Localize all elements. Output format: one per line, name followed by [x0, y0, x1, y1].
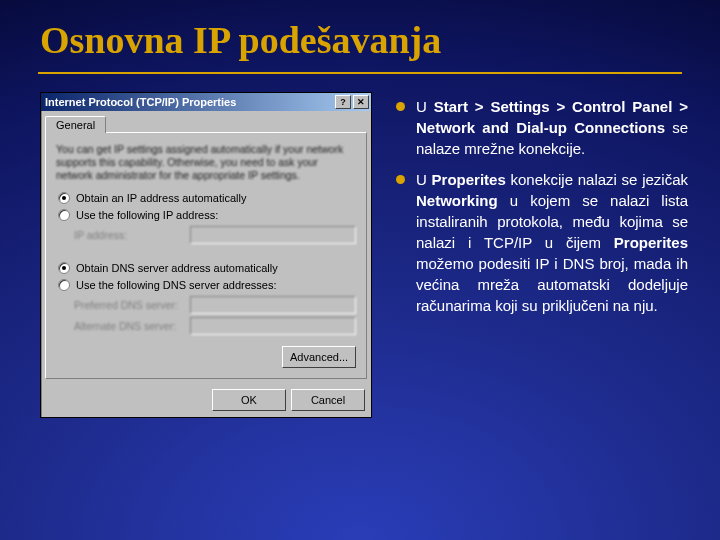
tab-general[interactable]: General [45, 116, 106, 133]
radio-obtain-dns[interactable]: Obtain DNS server address automatically [58, 262, 356, 274]
ip-address-input[interactable] [190, 226, 356, 244]
bullet-item-1: U Start > Settings > Control Panel > Net… [394, 96, 688, 159]
dialog-title: Internet Protocol (TCP/IP) Properties [45, 96, 333, 108]
alternate-dns-input[interactable] [190, 317, 356, 335]
advanced-row: Advanced... [56, 338, 356, 370]
dialog-description: You can get IP settings assigned automat… [56, 143, 356, 182]
radio-icon [58, 209, 70, 221]
help-icon[interactable]: ? [335, 95, 351, 109]
bullet-item-2: U Properites konekcije nalazi se jezičak… [394, 169, 688, 316]
ip-address-label: IP address: [74, 229, 184, 241]
radio-use-dns[interactable]: Use the following DNS server addresses: [58, 279, 356, 291]
radio-obtain-ip[interactable]: Obtain an IP address automatically [58, 192, 356, 204]
ok-button[interactable]: OK [212, 389, 286, 411]
cancel-button[interactable]: Cancel [291, 389, 365, 411]
ip-address-row: IP address: [74, 226, 356, 244]
bullet-list: U Start > Settings > Control Panel > Net… [394, 92, 688, 326]
radio-icon [58, 279, 70, 291]
preferred-dns-label: Preferred DNS server: [74, 299, 184, 311]
close-icon[interactable]: ✕ [353, 95, 369, 109]
tab-strip: General [41, 111, 371, 132]
tcpip-properties-dialog: Internet Protocol (TCP/IP) Properties ? … [40, 92, 372, 418]
radio-label: Use the following DNS server addresses: [76, 279, 277, 291]
preferred-dns-row: Preferred DNS server: [74, 296, 356, 314]
advanced-button[interactable]: Advanced... [282, 346, 356, 368]
radio-icon [58, 192, 70, 204]
radio-icon [58, 262, 70, 274]
dialog-titlebar[interactable]: Internet Protocol (TCP/IP) Properties ? … [41, 93, 371, 111]
alternate-dns-row: Alternate DNS server: [74, 317, 356, 335]
radio-label: Obtain DNS server address automatically [76, 262, 278, 274]
alternate-dns-label: Alternate DNS server: [74, 320, 184, 332]
radio-label: Use the following IP address: [76, 209, 218, 221]
slide-title: Osnovna IP podešavanja [0, 0, 720, 70]
radio-use-ip[interactable]: Use the following IP address: [58, 209, 356, 221]
dialog-button-row: OK Cancel [41, 383, 371, 417]
tab-page-general: You can get IP settings assigned automat… [45, 132, 367, 379]
radio-label: Obtain an IP address automatically [76, 192, 246, 204]
preferred-dns-input[interactable] [190, 296, 356, 314]
